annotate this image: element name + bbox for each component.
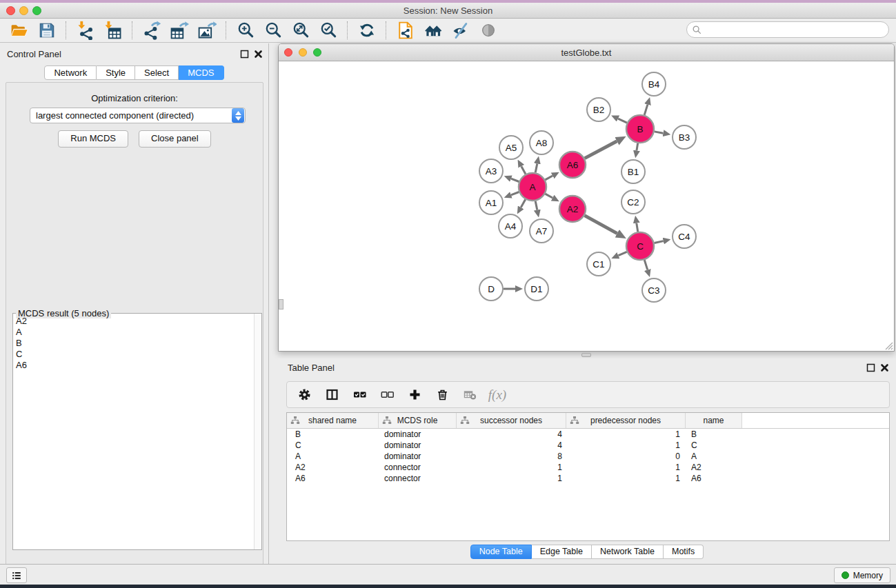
edge-C-C2[interactable] — [637, 223, 638, 232]
export-network-button[interactable] — [138, 19, 166, 41]
cell[interactable]: 1 — [457, 462, 566, 473]
cell[interactable]: 1 — [566, 440, 686, 451]
column-header-shared-name[interactable]: shared name — [287, 413, 379, 428]
import-table-button[interactable] — [99, 19, 127, 41]
resize-grip-icon[interactable] — [884, 341, 893, 350]
split-divider-grip[interactable] — [581, 353, 591, 357]
cell[interactable]: dominator — [379, 440, 457, 451]
column-header-successor-nodes[interactable]: successor nodes — [457, 413, 566, 428]
session-document-button[interactable] — [392, 19, 419, 41]
memory-button[interactable]: Memory — [834, 567, 890, 583]
cell[interactable]: connector — [379, 462, 457, 473]
open-file-button[interactable] — [6, 19, 33, 41]
column-header-name[interactable]: name — [686, 413, 742, 428]
close-panel-button[interactable]: Close panel — [139, 130, 211, 148]
create-column-button[interactable] — [406, 386, 424, 404]
cell[interactable]: 4 — [457, 429, 566, 440]
edge-A2-C[interactable] — [585, 216, 617, 234]
cell[interactable]: 1 — [457, 473, 566, 484]
select-all-button[interactable] — [350, 386, 368, 404]
edge-A-A2[interactable] — [545, 194, 552, 198]
refresh-button[interactable] — [353, 19, 381, 41]
cell[interactable]: A — [686, 451, 742, 462]
show-panel-button[interactable] — [475, 19, 502, 41]
edge-B-B2[interactable] — [618, 119, 627, 123]
run-mcds-button[interactable]: Run MCDS — [58, 130, 128, 148]
cell[interactable]: dominator — [379, 429, 457, 440]
search-box[interactable] — [686, 21, 889, 38]
hide-panel-button[interactable] — [447, 19, 475, 41]
table-row[interactable]: Cdominator41C — [287, 440, 889, 451]
edge-A-A5[interactable] — [521, 166, 526, 174]
cell[interactable]: A2 — [686, 462, 742, 473]
cell[interactable]: A6 — [686, 473, 742, 484]
delete-column-button[interactable] — [433, 386, 451, 404]
result-item[interactable]: C — [13, 349, 255, 360]
cell[interactable]: A2 — [287, 462, 379, 473]
float-panel-icon[interactable] — [240, 49, 249, 58]
cell[interactable]: connector — [379, 473, 457, 484]
cell[interactable]: B — [686, 429, 742, 440]
zoom-in-button[interactable] — [232, 19, 259, 41]
export-table-button[interactable] — [166, 19, 193, 41]
export-image-button[interactable] — [193, 19, 221, 41]
edge-B-B4[interactable] — [644, 105, 648, 115]
result-scrollbar[interactable] — [254, 314, 261, 549]
toggle-panes-button[interactable] — [323, 386, 341, 404]
cell[interactable]: C — [287, 440, 379, 451]
edge-A-A4[interactable] — [521, 199, 526, 207]
tab-motifs[interactable]: Motifs — [664, 545, 704, 559]
cell[interactable]: 1 — [566, 429, 686, 440]
edge-C-C4[interactable] — [655, 241, 664, 243]
edge-C-C1[interactable] — [618, 252, 626, 255]
zoom-out-button[interactable] — [259, 19, 287, 41]
edge-A-A7[interactable] — [535, 201, 537, 210]
result-item[interactable]: A6 — [13, 360, 255, 371]
edge-A-A1[interactable] — [511, 192, 519, 195]
network-window-titlebar[interactable]: testGlobe.txt — [279, 44, 894, 61]
cell[interactable]: B — [287, 429, 379, 440]
tab-network[interactable]: Network — [44, 65, 97, 80]
close-table-panel-icon[interactable] — [880, 363, 889, 372]
edge-A6-B[interactable] — [585, 141, 617, 159]
result-item[interactable]: A2 — [13, 316, 255, 327]
save-session-button[interactable] — [33, 19, 61, 41]
edge-A-A6[interactable] — [545, 176, 552, 180]
cell[interactable]: A6 — [287, 473, 379, 484]
column-header-predecessor-nodes[interactable]: predecessor nodes — [566, 413, 686, 428]
deselect-all-button[interactable] — [378, 386, 396, 404]
criterion-select[interactable]: largest connected component (directed) — [30, 108, 246, 123]
edge-B-B3[interactable] — [655, 132, 664, 133]
table-row[interactable]: Adominator80A — [287, 451, 889, 462]
result-item[interactable]: B — [13, 338, 255, 349]
tab-mcds[interactable]: MCDS — [179, 65, 223, 80]
cell[interactable]: A — [287, 451, 379, 462]
tab-node-table[interactable]: Node Table — [470, 545, 532, 559]
import-network-button[interactable] — [72, 19, 99, 41]
edge-A-A8[interactable] — [535, 163, 537, 172]
cell[interactable]: 1 — [566, 462, 686, 473]
cell[interactable]: C — [686, 440, 742, 451]
tab-edge-table[interactable]: Edge Table — [532, 545, 592, 559]
table-row[interactable]: Bdominator41B — [287, 429, 889, 440]
close-panel-icon[interactable] — [254, 49, 263, 58]
zoom-selected-button[interactable] — [315, 19, 342, 41]
task-history-button[interactable] — [6, 567, 27, 583]
search-input[interactable] — [705, 24, 888, 35]
tab-select[interactable]: Select — [135, 65, 179, 80]
float-table-panel-icon[interactable] — [866, 363, 875, 372]
cell[interactable]: 0 — [566, 451, 686, 462]
edge-B-B1[interactable] — [637, 143, 638, 151]
cell[interactable]: 4 — [457, 440, 566, 451]
canvas-scroll-stub[interactable] — [279, 299, 283, 310]
tab-style[interactable]: Style — [97, 65, 135, 80]
cell[interactable]: 1 — [566, 473, 686, 484]
edge-C-C3[interactable] — [644, 260, 647, 270]
home-button[interactable] — [419, 19, 447, 41]
cell[interactable]: dominator — [379, 451, 457, 462]
tab-network-table[interactable]: Network Table — [592, 545, 664, 559]
network-canvas[interactable]: B4B2BB3A8A5A6A3B1AA1C2A2A4A7C4CC1C3DD1 — [279, 61, 894, 351]
column-header-MCDS-role[interactable]: MCDS role — [379, 413, 457, 428]
result-item[interactable]: A — [13, 327, 255, 338]
zoom-fit-button[interactable] — [287, 19, 315, 41]
